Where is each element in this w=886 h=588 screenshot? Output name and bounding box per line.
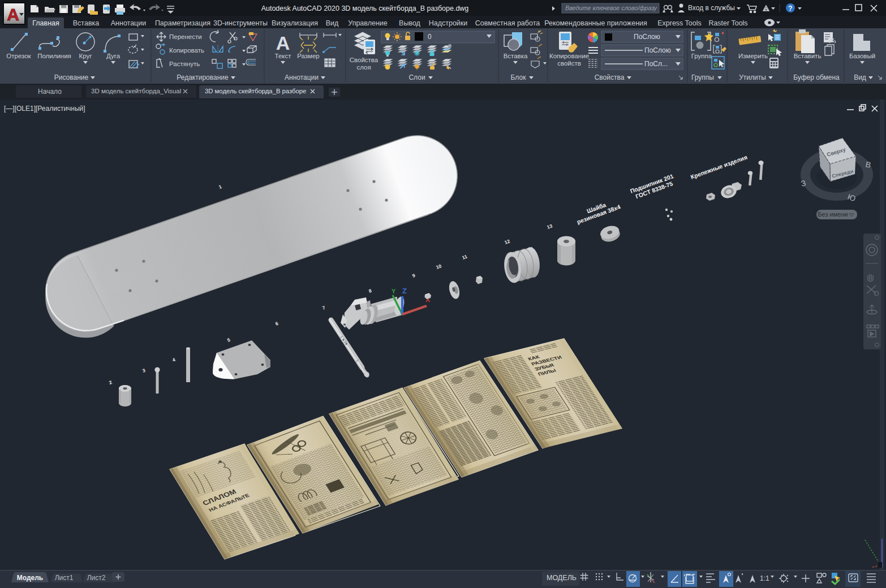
svg-text:Отрезок: Отрезок — [6, 53, 31, 59]
svg-text:Базовый: Базовый — [849, 53, 875, 59]
svg-text:Слои: Слои — [408, 74, 425, 81]
svg-text:Лист2: Лист2 — [87, 574, 106, 582]
svg-text:Визуализация: Визуализация — [272, 19, 318, 27]
svg-text:Перенести: Перенести — [169, 33, 202, 40]
svg-text:Рекомендованные приложения: Рекомендованные приложения — [544, 19, 647, 27]
svg-text:Z: Z — [402, 287, 407, 295]
svg-text:A: A — [7, 5, 19, 24]
svg-text:Свойства: Свойства — [595, 74, 625, 81]
svg-text:Круг: Круг — [79, 53, 92, 59]
svg-text:ПоСл...: ПоСл... — [644, 60, 668, 68]
svg-text:Буфер обмена: Буфер обмена — [793, 74, 840, 81]
svg-text:Совместная работа: Совместная работа — [475, 19, 540, 27]
svg-text:МОДЕЛЬ: МОДЕЛЬ — [547, 574, 577, 582]
svg-text:ПоСлою: ПоСлою — [644, 46, 671, 54]
svg-text:Начало: Начало — [38, 88, 62, 96]
svg-text:Лист1: Лист1 — [55, 574, 74, 582]
svg-text:ПоСлою: ПоСлою — [634, 33, 660, 41]
svg-text:3D модель скейтборда_В разборе: 3D модель скейтборда_В разборе — [205, 88, 306, 94]
svg-text:Вставка: Вставка — [504, 53, 528, 59]
svg-text:Вставить: Вставить — [794, 53, 822, 59]
svg-text:Полилиния: Полилиния — [37, 53, 71, 59]
svg-text:Редактирование: Редактирование — [177, 74, 229, 81]
svg-text:Без имени: Без имени — [818, 211, 848, 218]
svg-text:Модель: Модель — [17, 574, 43, 582]
svg-text:Свойства: Свойства — [350, 57, 379, 63]
svg-text:Y: Y — [392, 288, 396, 295]
svg-text:Дуга: Дуга — [106, 53, 121, 59]
svg-text:3D модель скейтборда_Visual: 3D модель скейтборда_Visual — [91, 88, 181, 94]
svg-text:Raster Tools: Raster Tools — [708, 19, 747, 27]
svg-text:Вид: Вид — [326, 19, 339, 27]
svg-text:A: A — [276, 32, 290, 54]
svg-text:Блок: Блок — [511, 74, 527, 81]
svg-text:Аннотации: Аннотации — [111, 19, 146, 27]
svg-text:Параметризация: Параметризация — [155, 19, 210, 27]
svg-text:Копировать: Копировать — [169, 47, 204, 54]
svg-text:Введите ключевое слово/фразу: Введите ключевое слово/фразу — [565, 5, 657, 11]
svg-text:Измерить: Измерить — [738, 53, 768, 59]
svg-text:слоя: слоя — [356, 64, 371, 71]
svg-text:Вход в службы: Вход в службы — [688, 4, 735, 12]
svg-text:Аннотации: Аннотации — [285, 74, 319, 81]
svg-text:Вывод: Вывод — [399, 19, 420, 27]
svg-text:Главная: Главная — [32, 19, 59, 27]
svg-text:1:1: 1:1 — [760, 574, 769, 582]
svg-text:0: 0 — [428, 33, 432, 41]
svg-text:Группа: Группа — [691, 53, 712, 59]
svg-text:?: ? — [788, 5, 792, 12]
svg-text:Растянуть: Растянуть — [169, 60, 200, 67]
svg-text:Размер: Размер — [297, 53, 320, 59]
svg-text:Вид: Вид — [854, 74, 866, 81]
svg-text:Утилиты: Утилиты — [739, 74, 766, 81]
svg-text:свойств: свойств — [557, 60, 581, 67]
svg-text:3D-инструменты: 3D-инструменты — [213, 19, 268, 27]
svg-text:Группы: Группы — [691, 74, 714, 81]
svg-text:Копирование: Копирование — [549, 53, 589, 59]
svg-text:[—][OLE1][Реалистичный]: [—][OLE1][Реалистичный] — [4, 105, 85, 113]
svg-text:Express Tools: Express Tools — [657, 19, 702, 27]
svg-text:Рисование: Рисование — [54, 74, 89, 81]
svg-text:Надстройки: Надстройки — [429, 19, 468, 27]
svg-text:Управление: Управление — [348, 19, 388, 27]
svg-text:Текст: Текст — [275, 53, 292, 59]
svg-text:Вставка: Вставка — [73, 19, 100, 27]
svg-text:Autodesk AutoCAD 2020 3D мод: Autodesk AutoCAD 2020 3D модель скейтбор… — [261, 5, 469, 12]
